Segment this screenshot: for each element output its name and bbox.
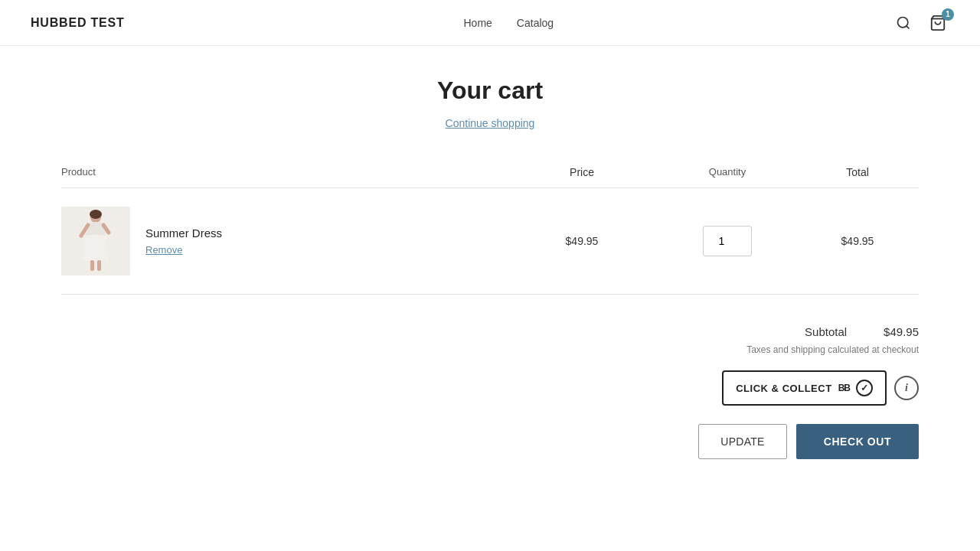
svg-point-5: [90, 210, 102, 219]
svg-line-1: [906, 25, 910, 28]
update-button[interactable]: UPDATE: [698, 424, 786, 459]
search-button[interactable]: [893, 12, 914, 34]
product-name: Summer Dress: [145, 227, 222, 240]
continue-shopping-link[interactable]: Continue shopping: [61, 117, 919, 129]
cart-button[interactable]: 1: [926, 11, 949, 34]
column-product: Product: [61, 166, 505, 178]
header-icons: 1: [893, 11, 949, 34]
product-image: [61, 207, 130, 276]
item-quantity-col: [658, 226, 796, 256]
nav-catalog[interactable]: Catalog: [517, 17, 554, 29]
subtotal-value: $49.95: [884, 325, 919, 338]
svg-rect-7: [97, 260, 101, 271]
action-buttons: UPDATE CHECK OUT: [698, 424, 919, 459]
quantity-input[interactable]: [703, 226, 752, 256]
cart-item: Summer Dress Remove $49.95 $49.95: [61, 188, 919, 295]
svg-rect-6: [90, 260, 94, 271]
site-logo[interactable]: HUBBED TEST: [31, 16, 125, 30]
check-circle-icon: ✓: [856, 380, 873, 396]
remove-button[interactable]: Remove: [145, 244, 222, 256]
item-price: $49.95: [505, 235, 658, 247]
tax-note: Taxes and shipping calculated at checkou…: [746, 344, 919, 355]
search-icon: [896, 15, 911, 31]
click-collect-row: CLICK & COLLECT BB ✓ i: [722, 370, 919, 406]
nav-home[interactable]: Home: [463, 17, 492, 29]
svg-point-0: [898, 17, 908, 27]
bb-logo: BB: [838, 383, 850, 393]
subtotal-label: Subtotal: [805, 325, 847, 338]
main-content: Your cart Continue shopping Product Pric…: [31, 46, 949, 520]
page-title: Your cart: [61, 77, 919, 105]
info-button[interactable]: i: [894, 376, 919, 400]
column-total: Total: [796, 166, 919, 178]
product-thumbnail: [61, 207, 130, 276]
product-details: Summer Dress Remove: [145, 227, 222, 256]
info-icon: i: [905, 382, 908, 394]
product-info: Summer Dress Remove: [61, 207, 505, 276]
cart-summary: Subtotal $49.95 Taxes and shipping calcu…: [61, 325, 919, 459]
header: HUBBED TEST Home Catalog 1: [0, 0, 980, 46]
column-price: Price: [505, 166, 658, 178]
checkout-button[interactable]: CHECK OUT: [796, 424, 919, 459]
cart-table-header: Product Price Quantity Total: [61, 166, 919, 188]
main-nav: Home Catalog: [463, 17, 554, 29]
item-total: $49.95: [796, 235, 919, 247]
subtotal-row: Subtotal $49.95: [805, 325, 919, 338]
click-collect-button[interactable]: CLICK & COLLECT BB ✓: [722, 370, 887, 406]
column-quantity: Quantity: [658, 166, 796, 178]
click-collect-label: CLICK & COLLECT: [736, 383, 832, 394]
cart-badge: 1: [942, 8, 954, 21]
